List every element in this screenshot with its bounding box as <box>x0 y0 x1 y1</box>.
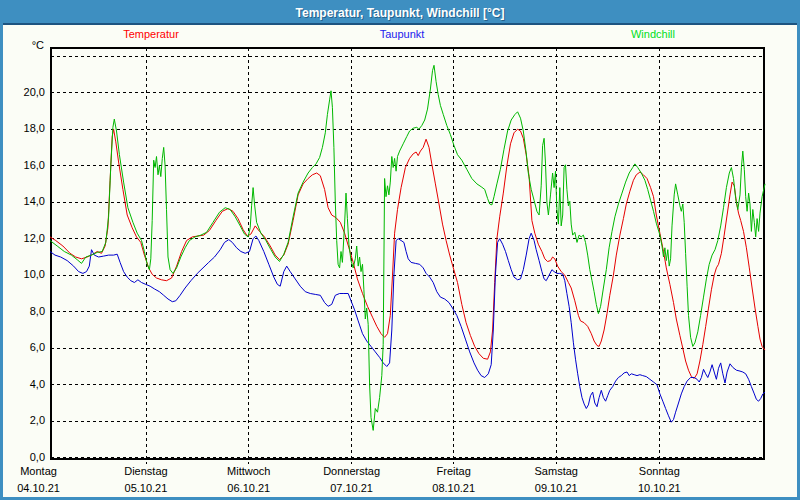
day-label: Sonntag <box>639 465 680 477</box>
day-label: Freitag <box>437 465 471 477</box>
y-tick-label: 18,0 <box>5 122 45 134</box>
y-tick-label: 0,0 <box>5 451 45 463</box>
y-tick-label: 12,0 <box>5 232 45 244</box>
y-tick-label: 2,0 <box>5 414 45 426</box>
app-window: Temperatur, Taupunkt, Windchill [°C] Tem… <box>0 0 800 500</box>
date-label: 07.10.21 <box>330 482 373 494</box>
day-label: Samstag <box>535 465 578 477</box>
date-label: 09.10.21 <box>535 482 578 494</box>
date-label: 10.10.21 <box>638 482 681 494</box>
title-bar: Temperatur, Taupunkt, Windchill [°C] <box>3 3 797 25</box>
y-tick-label: 6,0 <box>5 341 45 353</box>
day-label: Donnerstag <box>323 465 380 477</box>
plot-border <box>51 48 764 459</box>
y-axis-unit-label: °C <box>3 39 44 51</box>
date-label: 04.10.21 <box>17 482 60 494</box>
y-tick-label: 20,0 <box>5 86 45 98</box>
y-tick-label: 10,0 <box>5 268 45 280</box>
legend-item-temperatur: Temperatur <box>123 28 179 40</box>
y-tick-label: 4,0 <box>5 378 45 390</box>
day-label: Montag <box>20 465 57 477</box>
y-tick-label: 14,0 <box>5 195 45 207</box>
y-tick-label: 8,0 <box>5 305 45 317</box>
legend-item-windchill: Windchill <box>631 28 675 40</box>
legend-item-taupunkt: Taupunkt <box>380 28 425 40</box>
date-label: 05.10.21 <box>125 482 168 494</box>
y-tick-label: 16,0 <box>5 159 45 171</box>
day-label: Dienstag <box>124 465 167 477</box>
series-taupunkt <box>50 233 765 422</box>
date-label: 08.10.21 <box>432 482 475 494</box>
window-title: Temperatur, Taupunkt, Windchill [°C] <box>296 6 505 20</box>
series-windchill <box>50 65 765 430</box>
date-label: 06.10.21 <box>227 482 270 494</box>
day-label: Mittwoch <box>227 465 270 477</box>
plot-area <box>50 47 765 467</box>
